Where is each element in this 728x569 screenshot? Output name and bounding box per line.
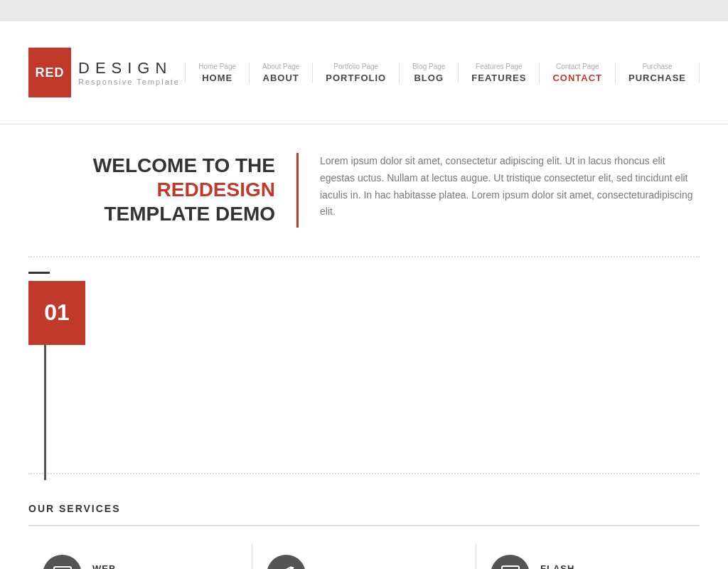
number-section: 01: [28, 257, 700, 359]
logo-red-text: RED: [35, 65, 64, 80]
logo-design-text: DESIGN: [78, 59, 180, 78]
services-section: OUR SERVICES: [28, 473, 700, 569]
services-divider: [28, 525, 700, 526]
service-card-web: WEB DESIGN Lorem ipsum dolor sit amet co…: [28, 544, 252, 569]
nav-item-about[interactable]: About Page ABOUT: [249, 63, 312, 83]
nav-item-portfolio[interactable]: Portfolio Page PORTFOLIO: [312, 63, 399, 83]
hero-title-line3: TEMPLATE DEMO: [28, 201, 275, 227]
nav-item-blog[interactable]: Blog Page BLOG: [399, 63, 458, 83]
service-name-web: WEB: [92, 563, 132, 569]
hero-title-line1: WELCOME TO THE: [28, 153, 275, 179]
nav-label-portfolio: PORTFOLIO: [326, 73, 386, 83]
nav-label-purchase: PURCHASE: [628, 73, 686, 83]
hero-right: Lorem ipsum dolor sit amet, consectetur …: [299, 153, 700, 228]
services-section-title: OUR SERVICES: [28, 496, 700, 514]
logo: RED DESIGN Responsive Template: [28, 48, 180, 97]
nav-label-blog: BLOG: [414, 73, 444, 83]
logo-box: RED: [28, 48, 71, 97]
nav-page-label-features: Features Page: [476, 63, 523, 70]
service-name-flash: FLASH: [540, 563, 599, 569]
logo-text-group: DESIGN Responsive Template: [78, 59, 180, 86]
services-grid: WEB DESIGN Lorem ipsum dolor sit amet co…: [28, 544, 700, 569]
svg-rect-7: [502, 566, 519, 569]
service-card-flash: FLASH ANIMATION Lorem ipsum dolor sit am…: [476, 544, 700, 569]
service-header-web: WEB DESIGN: [43, 555, 237, 569]
service-card-optimization: OPTIMIZATION Lorem ipsum dolor sit amet …: [252, 544, 476, 569]
nav-label-features: FEATURES: [471, 73, 526, 83]
number-text: 01: [44, 299, 70, 326]
hero-title-line2: REDDESIGN: [28, 179, 275, 201]
logo-tagline: Responsive Template: [78, 78, 180, 86]
nav-page-label-contact: Contact Page: [556, 63, 599, 70]
service-icon-flash: [491, 555, 530, 569]
nav-item-contact[interactable]: Contact Page CONTACT: [539, 63, 615, 83]
nav-page-label-about: About Page: [262, 63, 299, 70]
nav-label-contact: CONTACT: [552, 73, 602, 83]
hero-left: WELCOME TO THE REDDESIGN TEMPLATE DEMO: [28, 153, 299, 228]
header: RED DESIGN Responsive Template Home Page…: [0, 21, 728, 124]
services-wrapper: OUR SERVICES: [0, 473, 728, 569]
service-icon-web: [43, 555, 82, 569]
nav-item-features[interactable]: Features Page FEATURES: [458, 63, 539, 83]
hero-body-text: Lorem ipsum dolor sit amet, consectetur …: [320, 153, 700, 220]
content-area: WELCOME TO THE REDDESIGN TEMPLATE DEMO L…: [0, 124, 728, 359]
number-line-decor: [28, 272, 50, 274]
service-icon-title-flash: FLASH ANIMATION: [540, 563, 599, 569]
service-header-optimization: OPTIMIZATION: [267, 555, 461, 569]
nav-item-purchase[interactable]: Purchase PURCHASE: [615, 63, 700, 83]
hero-section: WELCOME TO THE REDDESIGN TEMPLATE DEMO L…: [28, 124, 700, 257]
service-header-flash: FLASH ANIMATION: [491, 555, 685, 569]
nav-page-label-purchase: Purchase: [642, 63, 672, 70]
main-nav: Home Page HOME About Page ABOUT Portfoli…: [185, 63, 700, 83]
number-box: 01: [28, 281, 85, 345]
nav-item-home[interactable]: Home Page HOME: [185, 63, 249, 83]
service-icon-optimization: [267, 555, 306, 569]
nav-page-label-blog: Blog Page: [412, 63, 445, 70]
service-icon-title-web: WEB DESIGN: [92, 563, 132, 569]
nav-label-about: ABOUT: [263, 73, 299, 83]
nav-page-label-home: Home Page: [198, 63, 236, 70]
nav-label-home: HOME: [202, 73, 232, 83]
nav-page-label-portfolio: Portfolio Page: [333, 63, 378, 70]
